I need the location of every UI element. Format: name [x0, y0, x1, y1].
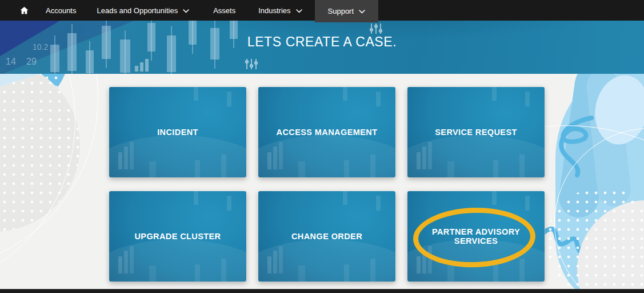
- nav-item-leads-and-opportunities[interactable]: Leads and Opportunities: [97, 0, 189, 21]
- white-ring-decor: [0, 74, 98, 270]
- chevron-down-icon: [183, 9, 189, 13]
- home-icon: [19, 6, 29, 15]
- case-tile-grid: INCIDENT ACCESS MANAGEMENT SERVICE REQUE…: [109, 87, 545, 282]
- nav-item-label: Leads and Opportunities: [97, 6, 178, 15]
- case-tile-change-order[interactable]: CHANGE ORDER: [258, 191, 395, 282]
- ticker-watermark: 29: [26, 57, 37, 67]
- gray-dotted-circle-decor: [0, 74, 80, 232]
- nav-item-label: Assets: [213, 6, 235, 15]
- ticker-watermark: 10.2: [33, 42, 48, 52]
- white-ring-decor: [537, 125, 644, 289]
- tile-label: UPGRADE CLUSTER: [109, 191, 246, 282]
- blue-dotted-circle-decor: [0, 74, 69, 109]
- cursive-script-decor: [537, 105, 603, 289]
- white-dots-pattern: [546, 188, 644, 289]
- case-tile-incident[interactable]: INCIDENT: [109, 87, 246, 177]
- tile-label: CHANGE ORDER: [258, 191, 395, 282]
- chevron-down-icon: [359, 10, 365, 14]
- tile-label: SERVICE REQUEST: [407, 87, 545, 177]
- woman-face-shape: [589, 74, 644, 149]
- case-tile-access-management[interactable]: ACCESS MANAGEMENT: [258, 87, 395, 177]
- gray-circle-decor: [577, 200, 644, 289]
- nav-item-assets[interactable]: Assets: [213, 0, 235, 21]
- nav-item-label: Accounts: [46, 6, 76, 15]
- equalizer-icon: [369, 23, 383, 34]
- tile-label: PARTNER ADVISORY SERVICES: [407, 191, 545, 282]
- tile-label: INCIDENT: [109, 87, 246, 177]
- footer-bar: [0, 289, 644, 293]
- woman-hair-shape: [585, 74, 633, 208]
- case-tile-upgrade-cluster[interactable]: UPGRADE CLUSTER: [109, 191, 246, 282]
- nav-item-accounts[interactable]: Accounts: [46, 0, 76, 21]
- bar-chart-decor: [135, 58, 150, 72]
- ticker-watermark: 14: [6, 57, 16, 67]
- white-ring-decor: [0, 74, 75, 289]
- tile-label: ACCESS MANAGEMENT: [258, 87, 395, 177]
- nav-item-support[interactable]: Support: [315, 0, 379, 22]
- nav-item-industries[interactable]: Industries: [258, 0, 302, 21]
- nav-item-label: Support: [328, 7, 354, 15]
- pale-blue-wedge-decor: [0, 74, 40, 86]
- chevron-down-icon: [296, 9, 302, 13]
- right-decor-artwork: [537, 74, 644, 289]
- equalizer-icon: [245, 58, 258, 70]
- top-navigation-bar: Accounts Leads and Opportunities Assets …: [0, 0, 644, 21]
- white-ring-decor: [554, 128, 644, 289]
- case-tile-partner-advisory-services[interactable]: PARTNER ADVISORY SERVICES: [407, 191, 545, 282]
- page-title: LETS CREATE A CASE.: [0, 34, 644, 50]
- candlestick-decor: [86, 50, 94, 73]
- woman-photo-duotone: [555, 74, 644, 289]
- woman-hair-shape: [557, 74, 618, 220]
- nav-item-label: Industries: [258, 6, 290, 15]
- case-tile-service-request[interactable]: SERVICE REQUEST: [407, 87, 545, 177]
- home-button[interactable]: [19, 0, 29, 21]
- hero-banner: 10.2 14 29 LETS CREATE A CASE.: [0, 21, 644, 74]
